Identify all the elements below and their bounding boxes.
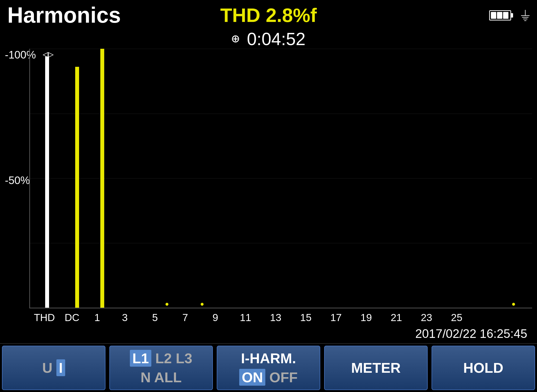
ui-button[interactable]: U I: [2, 346, 105, 390]
chart-area: ◁▷: [29, 49, 532, 308]
y-label-50: -50%: [5, 174, 28, 186]
battery-bar-3: [503, 12, 508, 19]
meter-button[interactable]: METER: [324, 346, 428, 390]
n-label: N: [141, 369, 151, 385]
phase-button-label: L1 L2 L3 N ALL: [130, 350, 192, 386]
battery-bar-2: [497, 12, 502, 19]
x-label-13: 13: [261, 312, 291, 323]
grid-line-top: [30, 49, 532, 49]
battery-bar-1: [491, 12, 496, 19]
x-label-7: 7: [170, 312, 200, 323]
hold-button-label: HOLD: [463, 359, 503, 376]
cursor-marker: ◁▷: [42, 49, 54, 60]
grid-line-50: [30, 178, 532, 178]
iharm-row2: ON OFF: [239, 369, 298, 386]
iharm-row1: I-HARM.: [239, 350, 298, 367]
page-title: Harmonics: [7, 3, 121, 28]
hold-button[interactable]: HOLD: [432, 346, 535, 390]
battery-icon: [489, 10, 511, 20]
top-bar: Harmonics THD 2.8%f ⏚: [0, 0, 537, 29]
x-label-thd: THD: [29, 312, 60, 323]
x-label-21: 21: [381, 312, 412, 323]
dot-h7: [201, 303, 204, 306]
grid-line-75: [30, 243, 532, 243]
dot-h5: [165, 303, 168, 306]
thd-value: THD 2.8%f: [220, 4, 317, 27]
timer-display: 0:04:52: [247, 29, 305, 49]
iharm-button[interactable]: I-HARM. ON OFF: [217, 346, 320, 390]
timer-bar: ⊕ 0:04:52: [0, 29, 537, 49]
bar-h1: [100, 49, 104, 308]
datetime-display: 2017/02/22 16:25:45: [0, 327, 537, 343]
target-icon: ⊕: [231, 31, 239, 47]
ui-button-label: U I: [42, 359, 65, 376]
x-label-dc: DC: [60, 312, 85, 323]
l3-label: L3: [176, 350, 192, 366]
all-label: ALL: [154, 369, 182, 385]
bottom-toolbar: U I L1 L2 L3 N ALL I-HAR: [0, 343, 537, 392]
x-label-1: 1: [85, 312, 110, 323]
phase-row2: N ALL: [130, 369, 192, 386]
screen: Harmonics THD 2.8%f ⏚ ⊕ 0:04:52 -100% -5…: [0, 0, 537, 392]
y-label-100: -100%: [5, 49, 29, 61]
l2-label: L2: [155, 350, 172, 366]
phase-row1: L1 L2 L3: [130, 350, 192, 367]
x-label-23: 23: [412, 312, 442, 323]
x-label-17: 17: [321, 312, 351, 323]
x-label-15: 15: [291, 312, 321, 323]
chart-wrapper: -100% -50% ◁▷ T: [5, 49, 532, 327]
on-label: ON: [239, 369, 265, 386]
dot-h25: [512, 303, 515, 306]
x-label-5: 5: [140, 312, 170, 323]
i-label: I: [56, 359, 65, 376]
bar-dc: [75, 67, 79, 308]
off-label: OFF: [269, 369, 298, 385]
x-label-19: 19: [351, 312, 381, 323]
x-label-25: 25: [442, 312, 472, 323]
u-label: U: [42, 360, 52, 376]
top-right-controls: ⏚: [489, 7, 530, 24]
x-axis: THD DC 1 3 5 7 9 11 13 15 17 19 21 23 25: [29, 308, 532, 327]
phase-button[interactable]: L1 L2 L3 N ALL: [109, 346, 213, 390]
x-label-11: 11: [230, 312, 261, 323]
battery-body: [489, 10, 511, 20]
l1-label: L1: [130, 350, 151, 367]
power-plug-icon: ⏚: [521, 7, 530, 24]
bar-thd: [45, 57, 49, 308]
x-label-9: 9: [200, 312, 230, 323]
grid-line-25: [30, 114, 532, 114]
x-label-3: 3: [110, 312, 140, 323]
iharm-button-label: I-HARM. ON OFF: [239, 350, 298, 386]
meter-button-label: METER: [351, 359, 401, 376]
